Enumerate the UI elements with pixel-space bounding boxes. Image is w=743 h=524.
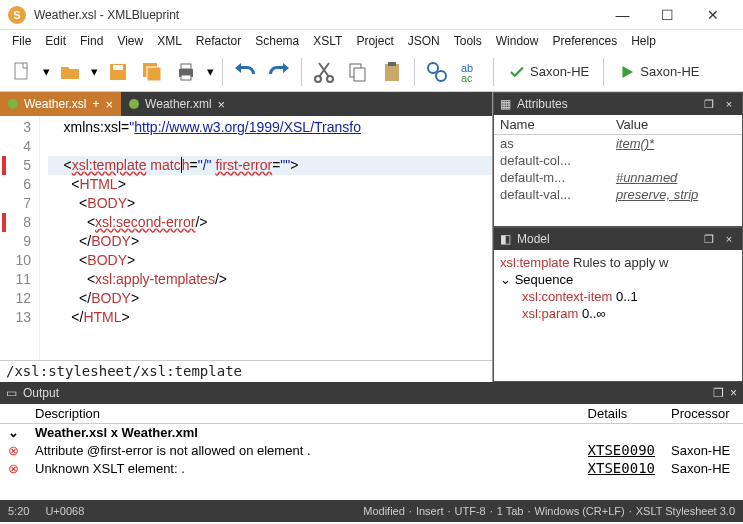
modified-status: Modified [363,505,405,517]
menu-view[interactable]: View [111,32,149,50]
cut-button[interactable] [308,56,340,88]
run-button[interactable]: Saxon-HE [610,56,707,88]
collapse-icon[interactable]: ⌄ [500,272,511,287]
menu-edit[interactable]: Edit [39,32,72,50]
file-type: XSLT Stylesheet 3.0 [636,505,735,517]
table-icon: ▦ [500,97,511,111]
svg-rect-4 [147,67,161,81]
output-group[interactable]: ⌄Weather.xsl x Weather.xml [0,424,743,442]
save-all-button[interactable] [136,56,168,88]
output-panel[interactable]: DescriptionDetailsProcessor ⌄Weather.xsl… [0,404,743,500]
panel-title: Attributes [517,97,696,111]
menu-tools[interactable]: Tools [448,32,488,50]
panel-header[interactable]: ▦ Attributes ❐ × [494,93,742,115]
menu-refactor[interactable]: Refactor [190,32,247,50]
error-icon: ⊗ [8,443,19,458]
undo-button[interactable] [229,56,261,88]
svg-rect-0 [15,63,27,79]
model-panel: ◧ Model ❐ × xsl:template Rules to apply … [493,227,743,382]
tab-weather-xsl[interactable]: Weather.xsl + × [0,92,121,116]
menu-bar: File Edit Find View XML Refactor Schema … [0,30,743,52]
svg-rect-12 [385,64,399,81]
close-icon[interactable]: × [106,97,114,112]
tab-weather-xml[interactable]: Weather.xml × [121,92,233,116]
table-row[interactable]: default-val...preserve, strip [494,186,742,203]
svg-rect-2 [113,65,123,70]
status-dot-icon [129,99,139,109]
print-button[interactable] [170,56,202,88]
paste-button[interactable] [376,56,408,88]
menu-find[interactable]: Find [74,32,109,50]
output-panel-header[interactable]: ▭ Output ❐ × [0,382,743,404]
svg-rect-6 [181,64,191,69]
window-title: Weather.xsl - XMLBlueprint [34,8,600,22]
model-icon: ◧ [500,232,511,246]
close-button[interactable]: ✕ [690,1,735,29]
status-dot-icon [8,99,18,109]
save-button[interactable] [102,56,134,88]
tab-size: 1 Tab [497,505,524,517]
menu-xslt[interactable]: XSLT [307,32,348,50]
close-icon[interactable]: × [722,98,736,110]
breadcrumb[interactable]: /xsl:stylesheet/xsl:template [0,360,492,382]
output-row[interactable]: ⊗Unknown XSLT element: .XTSE0010Saxon-HE [0,459,743,477]
find-button[interactable] [421,56,453,88]
menu-json[interactable]: JSON [402,32,446,50]
panel-title: Output [23,386,707,400]
code-editor[interactable]: 345678910111213 xmlns:xsl="http://www.w3… [0,116,492,360]
restore-icon[interactable]: ❐ [702,98,716,111]
open-dropdown[interactable]: ▾ [88,56,100,88]
toolbar: ▾ ▾ ▾ abac Saxon-HE Saxon-HE [0,52,743,92]
validate-button[interactable]: Saxon-HE [500,56,597,88]
menu-preferences[interactable]: Preferences [546,32,623,50]
output-row[interactable]: ⊗Attribute @first-error is not allowed o… [0,441,743,459]
menu-schema[interactable]: Schema [249,32,305,50]
line-gutter: 345678910111213 [0,116,40,360]
maximize-button[interactable]: ☐ [645,1,690,29]
attributes-table[interactable]: NameValue asitem()*default-col...default… [494,115,742,226]
app-logo-icon: S [8,6,26,24]
close-icon[interactable]: × [730,386,737,400]
svg-text:ac: ac [461,72,473,84]
menu-project[interactable]: Project [350,32,399,50]
copy-button[interactable] [342,56,374,88]
line-ending: Windows (CR+LF) [535,505,625,517]
print-dropdown[interactable]: ▾ [204,56,216,88]
open-button[interactable] [54,56,86,88]
status-bar: 5:20 U+0068 Modified· Insert· UTF-8· 1 T… [0,500,743,522]
menu-help[interactable]: Help [625,32,662,50]
menu-xml[interactable]: XML [151,32,188,50]
panel-header[interactable]: ◧ Model ❐ × [494,228,742,250]
model-tree[interactable]: xsl:template Rules to apply w ⌄ Sequence… [494,250,742,381]
tab-label: Weather.xml [145,97,211,111]
panel-title: Model [517,232,696,246]
svg-rect-13 [388,62,396,66]
code-lines[interactable]: xmlns:xsl="http://www.w3.org/1999/XSL/Tr… [40,116,492,360]
svg-point-15 [436,71,446,81]
editor-tabs: Weather.xsl + × Weather.xml × [0,92,492,116]
table-row[interactable]: default-col... [494,152,742,169]
replace-button[interactable]: abac [455,56,487,88]
tab-label: Weather.xsl [24,97,86,111]
minimize-button[interactable]: — [600,1,645,29]
menu-file[interactable]: File [6,32,37,50]
editor-pane: Weather.xsl + × Weather.xml × 3456789101… [0,92,493,382]
redo-button[interactable] [263,56,295,88]
svg-point-14 [428,63,438,73]
menu-window[interactable]: Window [490,32,545,50]
svg-rect-7 [181,75,191,80]
new-button[interactable] [6,56,38,88]
svg-rect-11 [354,68,365,81]
new-dropdown[interactable]: ▾ [40,56,52,88]
dirty-indicator: + [92,97,99,111]
restore-icon[interactable]: ❐ [713,386,724,400]
table-row[interactable]: default-m...#unnamed [494,169,742,186]
collapse-icon[interactable]: ⌄ [8,425,19,440]
encoding: UTF-8 [455,505,486,517]
table-row[interactable]: asitem()* [494,135,742,153]
close-icon[interactable]: × [218,97,226,112]
close-icon[interactable]: × [722,233,736,245]
restore-icon[interactable]: ❐ [702,233,716,246]
insert-mode: Insert [416,505,444,517]
cursor-position: 5:20 [8,505,29,517]
